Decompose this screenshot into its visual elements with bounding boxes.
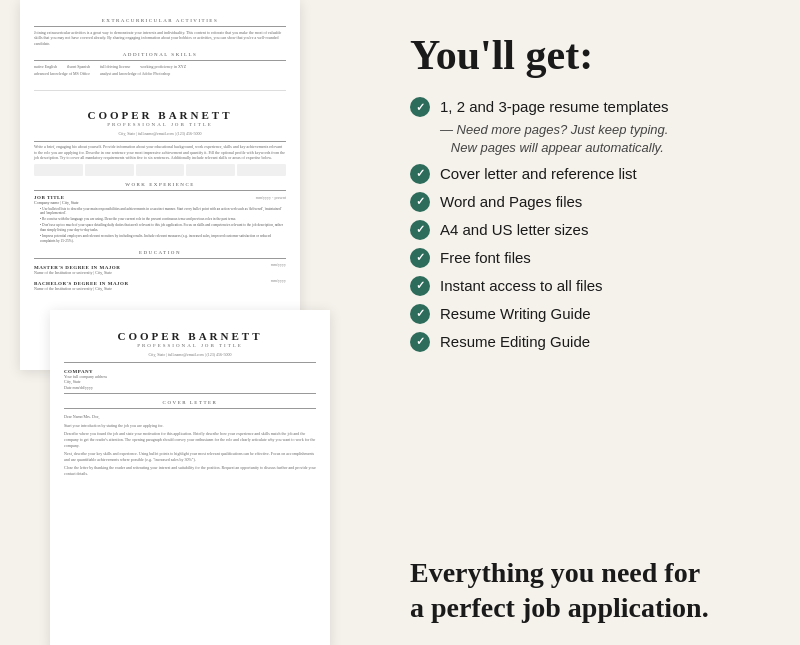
edu-1-date: mm/yyyy	[271, 262, 286, 270]
resume-card-2: COOPER BARNETT Professional Job Title Ci…	[50, 310, 330, 645]
checklist-text-3: Word and Pages files	[440, 191, 582, 212]
skills-row-2: advanced knowledge of MS Office analyst …	[34, 71, 286, 76]
job-1-company: Company name | City, State	[34, 200, 286, 205]
skill-grid	[34, 164, 286, 176]
cl-body-2: Next, describe your key skills and exper…	[64, 451, 316, 462]
checklist-item-2: Cover letter and reference list	[410, 163, 764, 184]
check-icon-2	[410, 164, 430, 184]
company-address: Your full company addressCity, StateDate…	[64, 374, 316, 391]
check-icon-3	[410, 192, 430, 212]
skills-title: Additional Skills	[34, 52, 286, 57]
divider-8	[64, 408, 316, 409]
cl-closing: Close the letter by thanking the reader …	[64, 465, 316, 476]
contact-text: City, State | full.name@email.com | (123…	[119, 131, 202, 136]
check-icon-1	[410, 97, 430, 117]
you-get-section: You'll get: 1, 2 and 3-page resume templ…	[410, 32, 764, 359]
checklist-item-6: Instant access to all files	[410, 275, 764, 296]
skill-2: fluent Spanish	[67, 64, 90, 69]
divider-6	[64, 362, 316, 363]
skill-4: working proficiency in XYZ	[140, 64, 186, 69]
bullet-3: • Don't use up too much of your space de…	[40, 223, 286, 233]
checklist-text-2: Cover letter and reference list	[440, 163, 637, 184]
checklist-text-8: Resume Editing Guide	[440, 331, 590, 352]
resume-name-1: COOPER BARNETT	[34, 109, 286, 121]
edu-1-school: Name of the Institution or university | …	[34, 270, 286, 275]
tagline-line-2: a perfect job application.	[410, 592, 709, 623]
cover-letter-body: Dear Name/Mrs. Doe, Start your introduct…	[64, 414, 316, 476]
resume-contact-2: City, State | full.name@email.com | (123…	[64, 352, 316, 357]
intro-text: Write a brief, engaging bio about yourse…	[34, 144, 286, 161]
checklist-item-3: Word and Pages files	[410, 191, 764, 212]
edu-row-1: Master's Degree in Major mm/yyyy	[34, 262, 286, 270]
checklist-text-6: Instant access to all files	[440, 275, 603, 296]
cl-intro: Start your introduction by stating the j…	[64, 423, 316, 429]
tagline: Everything you need for a perfect job ap…	[410, 555, 764, 625]
bullet-4: • Impress potential employers and releva…	[40, 234, 286, 244]
work-title: Work Experience	[34, 182, 286, 187]
right-panel: You'll get: 1, 2 and 3-page resume templ…	[370, 0, 800, 645]
check-icon-7	[410, 304, 430, 324]
tagline-line-1: Everything you need for	[410, 557, 700, 588]
checklist-item-1: 1, 2 and 3-page resume templates	[410, 96, 764, 117]
divider-2	[34, 60, 286, 61]
dear-line: Dear Name/Mrs. Doe,	[64, 414, 316, 420]
resume-jobtitle-2: Professional Job Title	[64, 343, 316, 348]
check-icon-5	[410, 248, 430, 268]
extracurricular-title: Extracurricular Activities	[34, 18, 286, 23]
checklist-item-8: Resume Editing Guide	[410, 331, 764, 352]
grid-cell	[237, 164, 286, 176]
job-1-title: Job Title	[34, 195, 65, 200]
resume-jobtitle-1: Professional Job Title	[34, 122, 286, 127]
check-icon-4	[410, 220, 430, 240]
divider-1	[34, 26, 286, 27]
skills-row: native English fluent Spanish full drivi…	[34, 64, 286, 69]
divider-7	[64, 393, 316, 394]
skill-6: analyst and knowledge of Adobe Photoshop	[100, 71, 170, 76]
skill-3: full driving license	[100, 64, 130, 69]
feature-checklist: 1, 2 and 3-page resume templates — Need …	[410, 96, 764, 351]
checklist-item-4: A4 and US letter sizes	[410, 219, 764, 240]
resume-name-2: COOPER BARNETT	[64, 330, 316, 342]
divider-5	[34, 258, 286, 259]
checklist-subtext-1: — Need more pages? Just keep typing. New…	[440, 121, 764, 157]
bullet-2: • Be concise with the language you are u…	[40, 217, 286, 222]
resume-contact-1: City, State | full.name@email.com | (123…	[34, 131, 286, 136]
cl-body: Describe where you found the job and sta…	[64, 431, 316, 448]
contact-text-2: City, State | full.name@email.com | (123…	[149, 352, 232, 357]
grid-cell	[136, 164, 185, 176]
check-icon-8	[410, 332, 430, 352]
edu-row-2: Bachelor's Degree in Major mm/yyyy	[34, 278, 286, 286]
cover-letter-label: Cover Letter	[64, 400, 316, 405]
divider-3	[34, 141, 286, 142]
checklist-item-7: Resume Writing Guide	[410, 303, 764, 324]
edu-2-school: Name of the Institution or university | …	[34, 286, 286, 291]
edu-title: Education	[34, 250, 286, 255]
checklist-text-7: Resume Writing Guide	[440, 303, 591, 324]
left-panel: Extracurricular Activities Joining extra…	[0, 0, 370, 645]
company-block: Company Your full company addressCity, S…	[64, 369, 316, 391]
grid-cell	[85, 164, 134, 176]
checklist-item-5: Free font files	[410, 247, 764, 268]
grid-cell	[186, 164, 235, 176]
extra-text: Joining extracurricular activities is a …	[34, 30, 286, 47]
skill-1: native English	[34, 64, 57, 69]
checklist-text-1: 1, 2 and 3-page resume templates	[440, 96, 668, 117]
grid-cell	[34, 164, 83, 176]
heading: You'll get:	[410, 32, 764, 78]
divider-4	[34, 190, 286, 191]
skill-5: advanced knowledge of MS Office	[34, 71, 90, 76]
edu-2-date: mm/yyyy	[271, 278, 286, 286]
job-1-date: mm/yyyy - present	[256, 195, 286, 200]
check-icon-6	[410, 276, 430, 296]
checklist-text-4: A4 and US letter sizes	[440, 219, 588, 240]
bullet-1: • Use bulleted lists to describe your ma…	[40, 207, 286, 217]
checklist-text-5: Free font files	[440, 247, 531, 268]
